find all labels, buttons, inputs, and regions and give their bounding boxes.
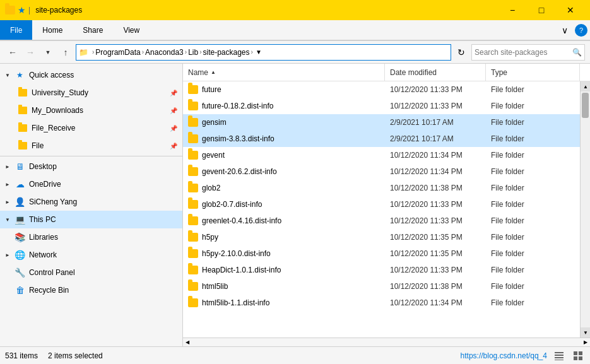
sidebar-item-mydownloads[interactable]: My_Downloads 📌 [0, 102, 182, 119]
search-input[interactable] [475, 48, 572, 57]
sidebar-section-quickaccess: ▼ ★ Quick access University_Study 📌 [0, 66, 182, 155]
close-button[interactable]: ✕ [556, 0, 585, 20]
file-cell-date: 10/12/2020 11:33 PM [385, 98, 486, 114]
file-cell-name: html5lib-1.1.dist-info [183, 295, 385, 310]
file-name: gensim [202, 118, 227, 127]
file-cell-date: 10/12/2020 11:33 PM [385, 196, 486, 212]
table-row[interactable]: html5lib-1.1.dist-info 10/12/2020 11:34 … [183, 295, 580, 311]
folder-icon [188, 249, 198, 258]
hscroll-left-button[interactable]: ◀ [183, 338, 192, 347]
controlpanel-icon: 🔧 [15, 267, 25, 278]
up-button[interactable]: ↑ [58, 45, 73, 60]
ribbon-expand-button[interactable]: ∨ [557, 23, 572, 38]
recent-locations-button[interactable]: ▼ [40, 45, 56, 60]
file-name: future-0.18.2.dist-info [202, 102, 273, 110]
pin-icon-filereceive: 📌 [170, 125, 177, 132]
table-row[interactable]: future 10/12/2020 11:33 PM File folder [183, 81, 580, 98]
sidebar-university-label: University_Study [32, 88, 166, 97]
folder-icon-university [18, 88, 28, 98]
horizontal-scrollbar: ◀ ▶ [183, 338, 590, 346]
sidebar-item-controlpanel[interactable]: ► 🔧 Control Panel [0, 264, 182, 281]
folder-icon [188, 134, 198, 143]
scroll-down-button[interactable]: ▼ [581, 327, 590, 338]
table-row[interactable]: future-0.18.2.dist-info 10/12/2020 11:33… [183, 98, 580, 114]
sidebar-item-filereceive[interactable]: File_Receive 📌 [0, 119, 182, 137]
view-details-button[interactable] [552, 349, 566, 363]
onedrive-expand-icon: ► [5, 182, 10, 187]
col-header-type[interactable]: Type [486, 64, 580, 81]
table-row[interactable]: gevent 10/12/2020 11:34 PM File folder [183, 147, 580, 163]
tab-file[interactable]: File [0, 20, 32, 40]
sidebar-item-desktop[interactable]: ► 🖥 Desktop [0, 158, 182, 175]
table-row[interactable]: h5py-2.10.0.dist-info 10/12/2020 11:35 P… [183, 245, 580, 262]
sidebar-item-sicheng[interactable]: ► 👤 SiCheng Yang [0, 193, 182, 211]
table-row[interactable]: gensim-3.8.3.dist-info 2/9/2021 10:17 AM… [183, 131, 580, 147]
table-row[interactable]: gevent-20.6.2.dist-info 10/12/2020 11:34… [183, 163, 580, 180]
scroll-up-button[interactable]: ▲ [581, 81, 590, 91]
file-cell-type: File folder [486, 262, 580, 278]
table-row[interactable]: HeapDict-1.0.1.dist-info 10/12/2020 11:3… [183, 262, 580, 278]
folder-icon [188, 200, 198, 209]
file-cell-date: 10/12/2020 11:38 PM [385, 180, 486, 196]
sidebar-network-label: Network [29, 250, 177, 259]
thispc-expand-icon: ▼ [5, 217, 10, 223]
table-row[interactable]: glob2-0.7.dist-info 10/12/2020 11:33 PM … [183, 196, 580, 213]
file-name: h5py [202, 233, 218, 242]
help-button[interactable]: ? [575, 24, 587, 37]
file-cell-type: File folder [486, 278, 580, 294]
path-part-programdata[interactable]: ProgramData [95, 48, 140, 57]
file-list[interactable]: future 10/12/2020 11:33 PM File folder f… [183, 81, 580, 338]
col-header-name[interactable]: Name ▲ [183, 64, 385, 81]
sidebar-item-quickaccess[interactable]: ▼ ★ Quick access [0, 66, 182, 84]
file-cell-date: 10/12/2020 11:33 PM [385, 213, 486, 228]
table-row[interactable]: h5py 10/12/2020 11:35 PM File folder [183, 229, 580, 245]
maximize-button[interactable]: □ [527, 0, 556, 20]
forward-button[interactable]: → [23, 45, 38, 60]
hscroll-right-button[interactable]: ▶ [581, 338, 590, 347]
sidebar-item-network[interactable]: ► 🌐 Network [0, 246, 182, 264]
folder-icon [188, 282, 198, 291]
path-part-anaconda3[interactable]: Anaconda3 [145, 48, 184, 57]
tab-home[interactable]: Home [32, 20, 73, 40]
sidebar-item-thispc[interactable]: ▼ 💻 This PC [0, 211, 182, 228]
col-header-date[interactable]: Date modified [385, 64, 486, 81]
sidebar-item-file[interactable]: File 📌 [0, 137, 182, 155]
scroll-track [581, 91, 590, 327]
sidebar-desktop-label: Desktop [29, 162, 177, 171]
table-row[interactable]: html5lib 10/12/2020 11:38 PM File folder [183, 278, 580, 295]
path-part-lib[interactable]: Lib [188, 48, 198, 57]
svg-rect-5 [579, 351, 582, 355]
svg-rect-2 [555, 357, 563, 358]
hscroll-track [192, 338, 581, 346]
table-row[interactable]: glob2 10/12/2020 11:38 PM File folder [183, 180, 580, 196]
scroll-thumb[interactable] [582, 93, 589, 118]
address-dropdown-button[interactable]: ▼ [254, 49, 263, 56]
path-part-sitepackages[interactable]: site-packages [203, 48, 250, 57]
table-row[interactable]: greenlet-0.4.16.dist-info 10/12/2020 11:… [183, 213, 580, 229]
address-path[interactable]: 📁 › ProgramData › Anaconda3 › Lib › site… [76, 44, 451, 61]
sidebar-item-university[interactable]: University_Study 📌 [0, 84, 182, 102]
back-button[interactable]: ← [5, 45, 20, 60]
sidebar-item-onedrive[interactable]: ► ☁ OneDrive [0, 175, 182, 193]
vertical-scrollbar[interactable]: ▲ ▼ [580, 81, 590, 338]
view-large-icons-button[interactable] [571, 349, 585, 363]
file-name: gensim-3.8.3.dist-info [202, 134, 274, 143]
path-separator-4: › [251, 49, 253, 56]
tab-view[interactable]: View [113, 20, 150, 40]
folder-icon [188, 151, 198, 160]
title-bar-title: site-packages [35, 6, 493, 15]
sidebar-item-libraries[interactable]: ► 📚 Libraries [0, 228, 182, 246]
table-row[interactable]: gensim 2/9/2021 10:17 AM File folder [183, 114, 580, 131]
file-cell-type: File folder [486, 114, 580, 130]
refresh-button[interactable]: ↻ [454, 45, 469, 60]
network-icon: 🌐 [15, 250, 25, 260]
recyclebin-icon: 🗑 [15, 285, 25, 295]
file-cell-name: gensim-3.8.3.dist-info [183, 131, 385, 146]
minimize-button[interactable]: − [498, 0, 527, 20]
status-link[interactable]: https://blog.csdn.net/qq_4 [461, 351, 547, 360]
file-cell-name: html5lib [183, 278, 385, 294]
file-name: h5py-2.10.0.dist-info [202, 249, 271, 258]
sidebar-item-recyclebin[interactable]: ► 🗑 Recycle Bin [0, 281, 182, 299]
tab-share[interactable]: Share [73, 20, 113, 40]
file-name: glob2-0.7.dist-info [202, 200, 262, 209]
